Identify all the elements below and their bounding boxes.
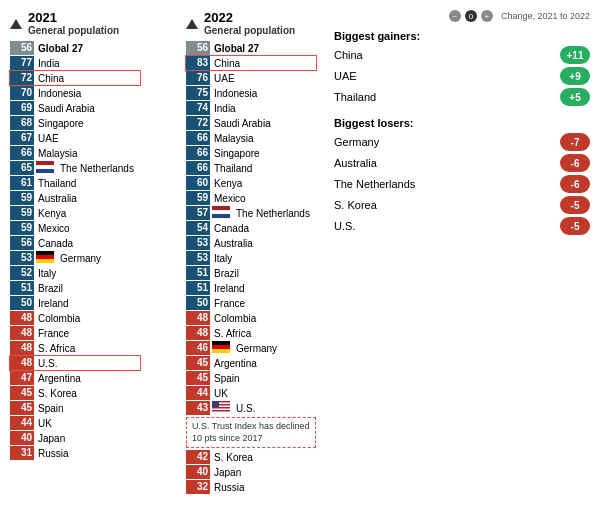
connector-lines [148, 32, 178, 462]
loser-badge: -5 [560, 217, 590, 235]
score-value: 45 [186, 371, 210, 385]
country-name: Global 27 [214, 43, 259, 54]
loser-country: Germany [334, 136, 379, 148]
country-name: Argentina [214, 358, 257, 369]
score-value: 40 [10, 431, 34, 445]
country-name: France [214, 298, 245, 309]
list-item: 45Spain [10, 401, 140, 415]
score-value: 48 [10, 311, 34, 325]
score-value: 48 [186, 326, 210, 340]
score-value: 69 [10, 101, 34, 115]
country-name: Saudi Arabia [38, 103, 95, 114]
score-value: 59 [10, 206, 34, 220]
score-value: 68 [10, 116, 34, 130]
svg-rect-2 [36, 169, 54, 173]
list-item: 69Saudi Arabia [10, 101, 140, 115]
svg-rect-17 [212, 409, 230, 411]
list-item: 44UK [10, 416, 140, 430]
country-name: Thailand [214, 163, 252, 174]
header-2022: 2022 General population [186, 10, 316, 37]
country-name: U.S. [38, 358, 57, 369]
country-name: Ireland [214, 283, 245, 294]
score-value: 53 [10, 251, 34, 265]
list-item: 66Malaysia [10, 146, 140, 160]
loser-row: U.S. -5 [334, 217, 590, 235]
list-item: 44UK [186, 386, 316, 400]
dot-minus: − [449, 10, 461, 22]
svg-rect-16 [212, 407, 230, 409]
score-value: 50 [186, 296, 210, 310]
gainer-row: UAE +9 [334, 67, 590, 85]
country-name: Malaysia [214, 133, 253, 144]
score-value: 42 [186, 450, 210, 464]
country-name: Germany [236, 343, 277, 354]
flag-us-icon [212, 401, 230, 413]
triangle-icon-2022 [186, 19, 198, 29]
loser-row: The Netherlands -6 [334, 175, 590, 193]
svg-rect-4 [36, 255, 54, 259]
score-value: 50 [10, 296, 34, 310]
gainer-row: Thailand +5 [334, 88, 590, 106]
score-value: 44 [10, 416, 34, 430]
score-value: 56 [10, 236, 34, 250]
country-name: Russia [214, 482, 245, 493]
year-2022: 2022 [204, 10, 295, 25]
svg-rect-8 [212, 214, 230, 218]
country-name: Mexico [214, 193, 246, 204]
score-value: 66 [186, 146, 210, 160]
svg-rect-3 [36, 251, 54, 255]
score-value: 67 [10, 131, 34, 145]
list-item: 59Kenya [10, 206, 140, 220]
loser-row: Germany -7 [334, 133, 590, 151]
list-item: 51Ireland [186, 281, 316, 295]
list-item: 51Brazil [186, 266, 316, 280]
list-item: 50Ireland [10, 296, 140, 310]
list-item: 59Mexico [186, 191, 316, 205]
score-value: 72 [186, 116, 210, 130]
country-name: India [214, 103, 236, 114]
list-item: 61Thailand [10, 176, 140, 190]
country-name: Brazil [214, 268, 239, 279]
list-item: 68Singapore [10, 116, 140, 130]
list-item: 32Russia [186, 480, 316, 494]
country-name: U.S. [236, 403, 255, 414]
country-name: Germany [60, 253, 101, 264]
country-name: Mexico [38, 223, 70, 234]
score-value: 45 [10, 386, 34, 400]
list-item: 43 U.S. [186, 401, 316, 415]
flag-de-icon [36, 251, 54, 263]
score-value: 56 [186, 41, 210, 55]
country-name: Colombia [214, 313, 256, 324]
country-name: China [38, 73, 64, 84]
country-name: S. Africa [38, 343, 75, 354]
triangle-icon-2021 [10, 19, 22, 29]
score-value: 48 [10, 341, 34, 355]
country-name: S. Korea [38, 388, 77, 399]
country-name: Indonesia [38, 88, 81, 99]
country-name: Spain [214, 373, 240, 384]
country-name: Kenya [214, 178, 242, 189]
main-container: 2021 General population 56Global 2777Ind… [0, 0, 600, 519]
country-name: Saudi Arabia [214, 118, 271, 129]
list-item: 52Italy [10, 266, 140, 280]
list-item: 45S. Korea [10, 386, 140, 400]
rows-2021: 56Global 2777India72China70Indonesia69Sa… [10, 41, 140, 461]
list-item: 48France [10, 326, 140, 340]
list-item: 31Russia [10, 446, 140, 460]
legend-header: − 0 + Change, 2021 to 2022 [334, 10, 590, 22]
list-item: 72Saudi Arabia [186, 116, 316, 130]
list-item: 51Brazil [10, 281, 140, 295]
country-name: Australia [214, 238, 253, 249]
svg-rect-20 [212, 401, 219, 407]
score-value: 40 [186, 465, 210, 479]
loser-row: S. Korea -5 [334, 196, 590, 214]
svg-rect-11 [212, 349, 230, 353]
score-value: 53 [186, 236, 210, 250]
svg-rect-5 [36, 259, 54, 263]
list-item: 53Australia [186, 236, 316, 250]
list-item: 57 The Netherlands [186, 206, 316, 220]
list-item: 40Japan [186, 465, 316, 479]
loser-country: Australia [334, 157, 377, 169]
score-value: 74 [186, 101, 210, 115]
list-item: 42S. Korea [186, 450, 316, 464]
